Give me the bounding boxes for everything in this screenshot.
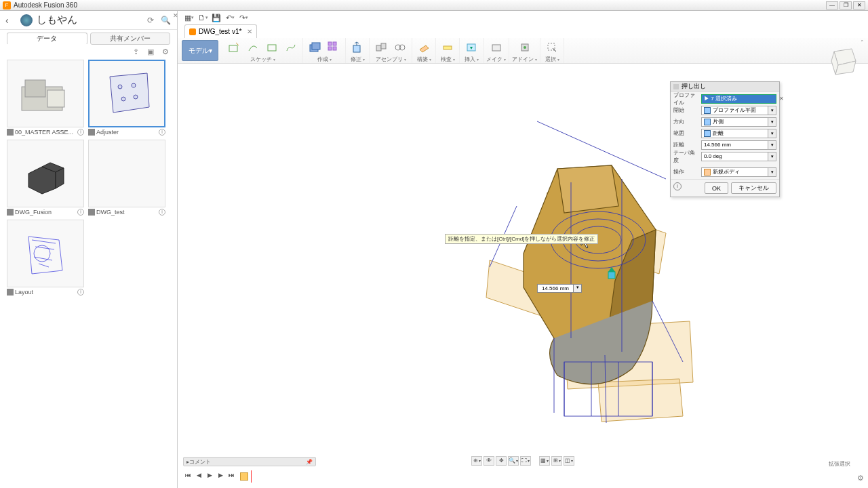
settings-icon[interactable]: ⚙ (161, 47, 170, 57)
app-title: Autodesk Fusion 360 (14, 1, 825, 9)
joint-icon[interactable] (391, 39, 409, 56)
dialog-header[interactable]: 押し出し (671, 82, 779, 92)
main-area: ✕ DWG_test v1* ✕ モデル ▾ スケッチ 作成 (178, 11, 868, 488)
dimension-input[interactable]: 14.566 mm▾ (537, 284, 582, 293)
close-button[interactable]: ✕ (853, 1, 865, 9)
grid-menu[interactable]: ▦ (183, 12, 195, 24)
fit-button[interactable]: ⛶ (520, 456, 531, 466)
start-dropdown[interactable]: プロファイル平面▾ (701, 106, 776, 115)
view-cube[interactable] (825, 43, 860, 79)
thumb-adjuster[interactable]: Adjusteri (88, 60, 165, 136)
maximize-button[interactable]: ❐ (840, 1, 852, 9)
make-icon[interactable] (488, 39, 505, 56)
thumb-dwg-test[interactable]: DWG_testi (88, 140, 165, 216)
cancel-button[interactable]: キャンセル (731, 182, 776, 194)
svg-rect-19 (333, 47, 336, 50)
minimize-button[interactable]: — (826, 1, 838, 9)
project-name: しもやん (37, 14, 144, 26)
pan-button[interactable]: ✥ (496, 456, 507, 466)
taper-input[interactable]: 0.0 deg▾ (701, 152, 776, 161)
measure-icon[interactable] (439, 39, 456, 56)
thumb-dwg-fusion[interactable]: DWG_Fusioni (7, 140, 84, 216)
quick-access-toolbar: ▦ 🗋 💾 ↶ ↷ (183, 11, 250, 24)
settings-gear-icon[interactable]: ⚙ (857, 474, 864, 483)
svg-marker-3 (110, 73, 149, 113)
document-tabs: DWG_test v1* ✕ (184, 24, 257, 38)
close-tab-icon[interactable]: ✕ (247, 28, 252, 35)
svg-rect-26 (443, 46, 452, 49)
comments-panel-header[interactable]: ▸ コメント📌 (183, 457, 316, 466)
timeline-next[interactable]: ▶ (216, 472, 225, 481)
ok-button[interactable]: OK (705, 182, 728, 194)
addins-icon[interactable] (516, 39, 534, 56)
rect-icon[interactable] (263, 39, 281, 56)
timeline-start[interactable]: ⏮ (183, 472, 193, 481)
undo-button[interactable]: ↶ (224, 12, 236, 24)
plane-icon[interactable] (415, 39, 433, 56)
insert-icon[interactable] (462, 39, 480, 56)
ribbon-create: 作成 (303, 38, 346, 63)
select-icon[interactable] (543, 39, 561, 56)
extension-select-label[interactable]: 拡張選択 (829, 460, 850, 468)
ribbon-construct: 構築 (412, 38, 436, 63)
doc-name: DWG_test v1* (199, 28, 241, 35)
line-icon[interactable] (244, 39, 262, 56)
tab-members[interactable]: 共有メンバー (90, 33, 171, 45)
timeline-end[interactable]: ⏭ (226, 472, 236, 481)
refresh-button[interactable]: ⟳ (147, 16, 158, 25)
document-tab[interactable]: DWG_test v1* ✕ (184, 24, 257, 38)
display-button[interactable]: ▦ (539, 456, 550, 466)
ribbon-assemble: アセンブリ (370, 38, 412, 63)
timeline-play[interactable]: ▶ (205, 472, 214, 481)
redo-button[interactable]: ↷ (237, 12, 250, 24)
ribbon-sketch: スケッチ (222, 38, 303, 63)
upload-icon[interactable]: ⇪ (131, 47, 140, 57)
extent-dropdown[interactable]: 距離▾ (701, 129, 776, 138)
sketch-create-icon[interactable] (225, 39, 243, 56)
assemble-icon[interactable] (372, 39, 390, 56)
svg-rect-12 (229, 45, 237, 52)
pattern-icon[interactable] (325, 39, 342, 56)
timeline-marker[interactable] (251, 470, 252, 483)
extrude-icon[interactable] (306, 39, 323, 56)
collapse-ribbon[interactable]: ˄ (861, 39, 864, 46)
tab-data[interactable]: データ (7, 33, 87, 45)
presspull-icon[interactable] (349, 39, 366, 56)
workspace-switcher[interactable]: モデル ▾ (182, 40, 218, 61)
new-folder-icon[interactable]: ▣ (146, 47, 155, 57)
dialog-info-icon[interactable]: i (673, 182, 682, 190)
spline-icon[interactable] (282, 39, 300, 56)
svg-point-6 (121, 97, 125, 101)
svg-rect-15 (312, 43, 320, 49)
timeline-feature[interactable] (240, 472, 248, 481)
operation-dropdown[interactable]: 新規ボディ▾ (701, 167, 776, 177)
viewport-tooltip: 距離を指定、または[Ctrl]/[Cmd]を押しながら選択内容を修正 (445, 234, 598, 244)
viewports-button[interactable]: ◫ (564, 456, 574, 466)
svg-rect-18 (328, 47, 332, 50)
grid-button[interactable]: ⊞ (551, 456, 562, 466)
direction-dropdown[interactable]: 片側▾ (701, 117, 776, 127)
back-button[interactable]: ‹ (5, 15, 16, 26)
ribbon-inspect: 検査 (436, 38, 460, 63)
orbit-button[interactable]: ⊕ (471, 456, 482, 466)
project-icon (20, 14, 33, 26)
svg-point-31 (524, 46, 526, 49)
svg-rect-16 (328, 42, 332, 45)
profile-selector[interactable]: ▶ 7 選択済み✕ (701, 94, 776, 104)
zoom-button[interactable]: 🔍 (508, 456, 519, 466)
save-button[interactable]: 💾 (210, 12, 222, 24)
svg-rect-21 (376, 45, 381, 51)
timeline: ⏮ ◀ ▶ ▶ ⏭ (183, 470, 252, 483)
search-button[interactable]: 🔍 (161, 16, 172, 25)
svg-point-24 (399, 45, 405, 50)
svg-rect-13 (268, 45, 276, 51)
thumb-layout[interactable]: Layouti (7, 220, 84, 296)
svg-rect-1 (25, 80, 45, 97)
collapse-data-panel[interactable]: ✕ (173, 12, 178, 19)
file-menu[interactable]: 🗋 (197, 12, 209, 24)
thumb-master[interactable]: 00_MASTER ASSE...i (7, 60, 84, 136)
doc-icon (189, 28, 196, 35)
distance-input[interactable]: 14.566 mm▾ (701, 140, 776, 150)
look-button[interactable]: 👁 (484, 456, 494, 466)
timeline-prev[interactable]: ◀ (194, 472, 203, 481)
